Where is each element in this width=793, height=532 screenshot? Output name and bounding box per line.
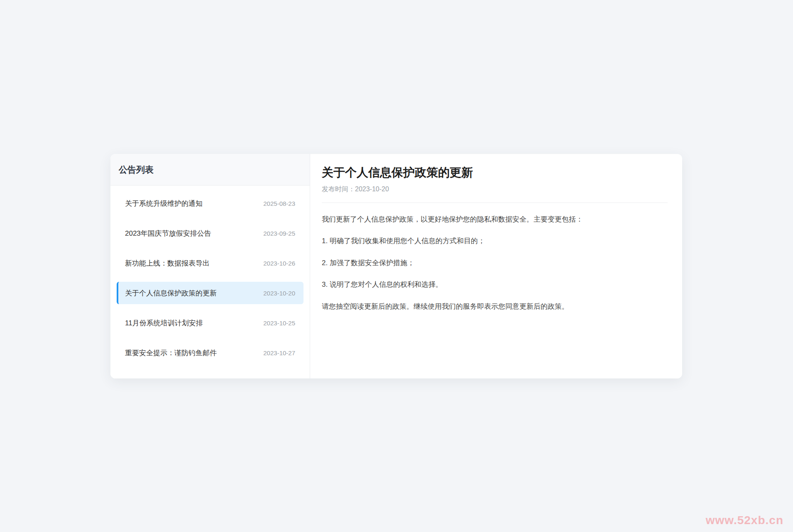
list-item-selected[interactable]: 关于个人信息保护政策的更新 2023-10-20 (117, 282, 303, 304)
list-item[interactable]: 重要安全提示：谨防钓鱼邮件 2023-10-27 (117, 342, 303, 364)
list-item-date: 2023-10-25 (263, 320, 295, 327)
list-item-title: 关于系统升级维护的通知 (125, 199, 203, 208)
list-item-title: 新功能上线：数据报表导出 (125, 259, 210, 268)
publish-time-value: 2023-10-20 (355, 185, 389, 193)
list-item-title: 关于个人信息保护政策的更新 (125, 288, 217, 298)
list-item-date: 2023-10-26 (263, 260, 295, 267)
list-item[interactable]: 2023年国庆节放假安排公告 2023-09-25 (117, 222, 303, 244)
announcement-list-title: 公告列表 (119, 164, 154, 176)
watermark: www.52xb.cn (706, 514, 783, 527)
publish-time: 发布时间：2023-10-20 (322, 185, 668, 194)
announcement-list-panel: 公告列表 关于系统升级维护的通知 2025-08-23 2023年国庆节放假安排… (110, 154, 310, 378)
list-item-date: 2025-08-23 (263, 200, 295, 207)
detail-title: 关于个人信息保护政策的更新 (322, 166, 668, 180)
list-item[interactable]: 11月份系统培训计划安排 2023-10-25 (117, 312, 303, 334)
detail-paragraph: 1. 明确了我们收集和使用您个人信息的方式和目的； (322, 236, 668, 246)
list-item-date: 2023-10-20 (263, 290, 295, 297)
list-item[interactable]: 关于系统升级维护的通知 2025-08-23 (117, 192, 303, 215)
list-item-date: 2023-10-27 (263, 349, 295, 356)
detail-paragraph: 3. 说明了您对个人信息的权利和选择。 (322, 279, 668, 290)
list-item-title: 11月份系统培训计划安排 (125, 318, 203, 328)
detail-paragraph: 2. 加强了数据安全保护措施； (322, 258, 668, 268)
announcement-list: 关于系统升级维护的通知 2025-08-23 2023年国庆节放假安排公告 20… (110, 185, 310, 378)
detail-paragraph: 我们更新了个人信息保护政策，以更好地保护您的隐私和数据安全。主要变更包括： (322, 214, 668, 225)
list-item[interactable]: 新功能上线：数据报表导出 2023-10-26 (117, 252, 303, 274)
announcement-detail-panel: 关于个人信息保护政策的更新 发布时间：2023-10-20 我们更新了个人信息保… (310, 154, 682, 378)
list-item-title: 重要安全提示：谨防钓鱼邮件 (125, 348, 217, 358)
list-item-title: 2023年国庆节放假安排公告 (125, 229, 211, 238)
divider (322, 203, 668, 203)
announcement-list-header: 公告列表 (110, 154, 310, 185)
announcement-card: 公告列表 关于系统升级维护的通知 2025-08-23 2023年国庆节放假安排… (110, 154, 682, 378)
publish-time-label: 发布时间： (322, 185, 355, 193)
list-item-date: 2023-09-25 (263, 230, 295, 237)
detail-paragraph: 请您抽空阅读更新后的政策。继续使用我们的服务即表示您同意更新后的政策。 (322, 301, 668, 312)
